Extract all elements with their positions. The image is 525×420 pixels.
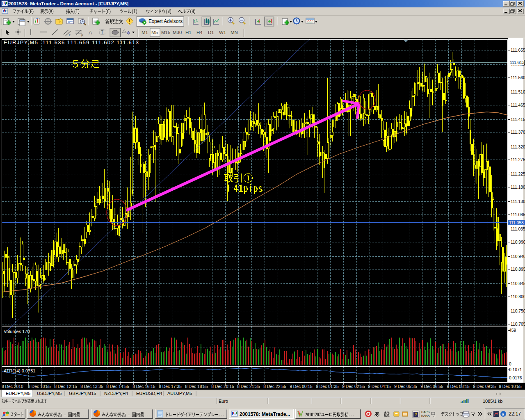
svg-text:9 Dec 05:35: 9 Dec 05:35 (394, 384, 417, 389)
svg-text:111.613: 111.613 (510, 60, 525, 65)
svg-text:EURUSD,H4: EURUSD,H4 (136, 391, 162, 396)
svg-text:ATR(14) 0.0751: ATR(14) 0.0751 (4, 368, 35, 373)
svg-text:Euro: Euro (219, 399, 228, 404)
svg-text:111.560: 111.560 (511, 75, 525, 80)
svg-text:AUDJPY,M5: AUDJPY,M5 (167, 391, 192, 396)
svg-text:22:17: 22:17 (509, 411, 521, 417)
svg-text:NZDJPY,H4: NZDJPY,H4 (104, 391, 128, 396)
svg-text:111.320: 111.320 (511, 145, 525, 149)
svg-text:111.085: 111.085 (511, 212, 525, 217)
svg-text:9 Dec 01:35: 9 Dec 01:35 (316, 384, 339, 389)
svg-text:459: 459 (509, 328, 516, 333)
svg-text:111.655: 111.655 (511, 48, 525, 52)
svg-text:111.370: 111.370 (511, 130, 525, 135)
svg-text:a: a (502, 412, 504, 416)
svg-text:8 Dec 14:55: 8 Dec 14:55 (106, 384, 129, 389)
svg-text:9 Dec 08:15: 9 Dec 08:15 (447, 384, 470, 389)
svg-text:EURJPY,M5 111.636 111.659 111: EURJPY,M5 111.636 111.659 111.602 111.61… (4, 39, 139, 46)
svg-text:110.750: 110.750 (511, 309, 525, 313)
svg-text:9 Dec 09:35: 9 Dec 09:35 (473, 384, 496, 389)
svg-text:0.0176: 0.0176 (509, 376, 522, 380)
svg-text:EURJPY,M5: EURJPY,M5 (6, 391, 30, 396)
svg-text:?: ? (415, 412, 417, 417)
svg-text:111.035: 111.035 (511, 227, 525, 231)
svg-text:8 Dec 20:15: 8 Dec 20:15 (211, 384, 234, 389)
svg-text:9 Dec 02:55: 9 Dec 02:55 (342, 384, 365, 389)
svg-text:8 Dec 16:15: 8 Dec 16:15 (132, 384, 155, 389)
svg-text:Volumes 170: Volumes 170 (4, 329, 30, 334)
svg-text:8 Dec 17:35: 8 Dec 17:35 (159, 384, 182, 389)
svg-text:9 Dec 04:15: 9 Dec 04:15 (368, 384, 391, 389)
svg-text:110.845: 110.845 (511, 281, 525, 286)
svg-text:9 Dec 10:55: 9 Dec 10:55 (499, 384, 522, 389)
svg-text:111.510: 111.510 (511, 90, 525, 94)
svg-text:111.225: 111.225 (511, 172, 525, 176)
svg-text:USDJPY,M5: USDJPY,M5 (37, 391, 62, 396)
svg-text:111.415: 111.415 (511, 117, 525, 122)
svg-text:8 Dec 22:55: 8 Dec 22:55 (263, 384, 286, 389)
svg-text:1085/1 kb: 1085/1 kb (483, 399, 502, 404)
svg-text:8 Dec 13:35: 8 Dec 13:35 (80, 384, 103, 389)
svg-text:110.940: 110.940 (511, 254, 525, 259)
svg-text:GBPJPY,M15: GBPJPY,M15 (69, 391, 96, 396)
svg-text:111.180: 111.180 (511, 185, 525, 189)
svg-text:CAPS: CAPS (421, 410, 429, 414)
svg-text:111.275: 111.275 (511, 158, 525, 162)
svg-text:8 Dec 21:35: 8 Dec 21:35 (237, 384, 260, 389)
svg-text:110.705: 110.705 (511, 322, 525, 326)
svg-text:111.465: 111.465 (511, 103, 525, 107)
svg-text:111.058: 111.058 (509, 221, 524, 225)
svg-text:8 Dec 12:15: 8 Dec 12:15 (54, 384, 77, 389)
svg-text:9 Dec 00:15: 9 Dec 00:15 (290, 384, 313, 389)
svg-text:8 Dec 2010: 8 Dec 2010 (2, 384, 23, 389)
svg-text:8 Dec 10:55: 8 Dec 10:55 (28, 384, 51, 389)
svg-text:2001578: MetaTrade...: 2001578: MetaTrade... (240, 411, 290, 417)
svg-text:0.1071: 0.1071 (509, 368, 522, 372)
svg-text:8 Dec 18:55: 8 Dec 18:55 (185, 384, 208, 389)
svg-text:9 Dec 06:55: 9 Dec 06:55 (420, 384, 443, 389)
svg-text:110.990: 110.990 (511, 240, 525, 244)
svg-text:111.130: 111.130 (511, 199, 525, 204)
svg-text:110.800: 110.800 (511, 294, 525, 299)
svg-text:110.895: 110.895 (511, 267, 525, 272)
svg-text:KANA: KANA (421, 414, 429, 418)
